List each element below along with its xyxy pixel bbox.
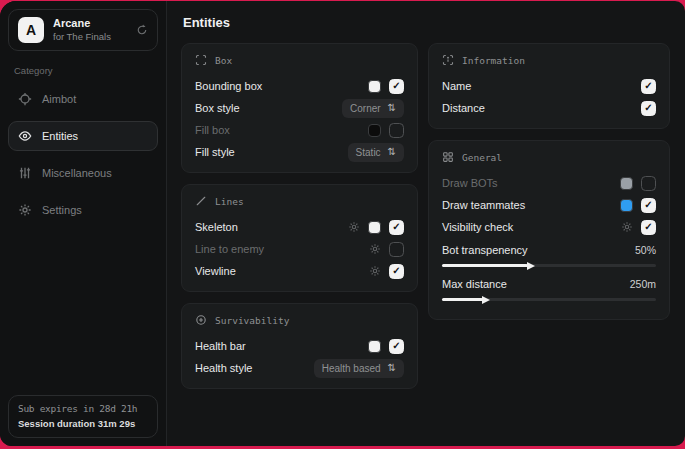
card-title: General — [462, 152, 502, 163]
setting-label: Name — [442, 80, 471, 92]
card-title: Survivability — [215, 315, 289, 326]
setting-row-fill-box: Fill box ✓ — [195, 119, 404, 141]
setting-row-draw-bots: Draw BOTs ✓ — [442, 172, 656, 194]
check-icon: ✓ — [392, 341, 400, 351]
slider-thumb[interactable] — [527, 262, 535, 270]
setting-label: Distance — [442, 102, 485, 114]
app-title-block: Arcane for The Finals — [53, 17, 127, 43]
crosshair-icon — [18, 92, 32, 106]
sidebar-nav: Aimbot Entities Miscellaneous Settings — [8, 84, 158, 232]
checkbox[interactable]: ✓ — [641, 176, 656, 191]
setting-label: Visibility check — [442, 221, 513, 233]
checkbox[interactable]: ✓ — [389, 79, 404, 94]
setting-row-viewline: Viewline ✓ — [195, 260, 404, 282]
box-style-dropdown[interactable]: Corner ⇅ — [342, 99, 404, 118]
desktop-background: A Arcane for The Finals Category Aimbot … — [0, 0, 685, 449]
color-swatch[interactable] — [368, 340, 381, 353]
check-icon: ✓ — [644, 81, 652, 91]
subscription-status-box: Sub expires in 28d 21h Session duration … — [8, 395, 158, 438]
row-controls: ✓ — [368, 339, 404, 354]
refresh-icon[interactable] — [136, 24, 148, 36]
color-swatch[interactable] — [368, 221, 381, 234]
setting-label: Fill box — [195, 124, 230, 136]
setting-label: Health style — [195, 362, 252, 374]
slider-fill — [442, 298, 483, 301]
checkbox[interactable]: ✓ — [389, 220, 404, 235]
color-swatch[interactable] — [368, 80, 381, 93]
row-controls: ✓ — [369, 264, 404, 279]
checkbox[interactable]: ✓ — [389, 339, 404, 354]
gear-icon[interactable] — [369, 243, 381, 255]
row-controls: ✓ — [348, 220, 404, 235]
gear-icon[interactable] — [369, 265, 381, 277]
health-cross-icon — [195, 314, 207, 326]
dropdown-value: Corner — [350, 103, 381, 114]
setting-label: Box style — [195, 102, 240, 114]
row-controls: ✓ — [641, 79, 656, 94]
card-information: Information Name ✓ Distance ✓ — [428, 43, 670, 129]
color-swatch[interactable] — [620, 177, 633, 190]
checkbox[interactable]: ✓ — [641, 79, 656, 94]
setting-row-health-bar: Health bar ✓ — [195, 335, 404, 357]
color-swatch[interactable] — [620, 199, 633, 212]
slider-value: 250m — [630, 278, 656, 290]
setting-label: Fill style — [195, 146, 235, 158]
page-title: Entities — [183, 15, 673, 30]
settings-columns: Box Bounding box ✓ Box style Corner — [181, 43, 673, 400]
dropdown-value: Static — [356, 147, 381, 158]
max-distance-slider[interactable] — [442, 298, 656, 301]
app-name: Arcane — [53, 17, 127, 30]
setting-row-box-style: Box style Corner ⇅ — [195, 97, 404, 119]
setting-label: Line to enemy — [195, 243, 264, 255]
setting-label: Draw teammates — [442, 199, 525, 211]
card-information-header: Information — [442, 54, 656, 66]
left-column: Box Bounding box ✓ Box style Corner — [181, 43, 418, 400]
check-icon: ✓ — [644, 222, 652, 232]
row-controls: ✓ — [620, 198, 656, 213]
setting-label: Health bar — [195, 340, 246, 352]
gear-icon — [18, 203, 32, 217]
gear-icon[interactable] — [348, 221, 360, 233]
color-swatch[interactable] — [368, 124, 381, 137]
check-icon: ✓ — [644, 103, 652, 113]
check-icon: ✓ — [392, 222, 400, 232]
checkbox[interactable]: ✓ — [389, 264, 404, 279]
card-title: Lines — [215, 196, 244, 207]
main-content: Entities Box Bounding box ✓ — [167, 1, 685, 446]
setting-row-bot-transparency: Bot transpenency 50% — [442, 242, 656, 267]
setting-row-visibility-check: Visibility check ✓ — [442, 216, 656, 238]
checkbox[interactable]: ✓ — [389, 123, 404, 138]
card-survivability-header: Survivability — [195, 314, 404, 326]
gear-icon[interactable] — [621, 221, 633, 233]
bot-transparency-slider[interactable] — [442, 264, 656, 267]
check-icon: ✓ — [644, 200, 652, 210]
row-controls: ✓ — [369, 242, 404, 257]
row-controls: ✓ — [368, 79, 404, 94]
sidebar-item-label: Miscellaneous — [42, 167, 112, 179]
sidebar-item-entities[interactable]: Entities — [8, 121, 158, 151]
setting-row-line-to-enemy: Line to enemy ✓ — [195, 238, 404, 260]
card-box-header: Box — [195, 54, 404, 66]
checkbox[interactable]: ✓ — [641, 198, 656, 213]
line-icon — [195, 195, 207, 207]
setting-row-bounding-box: Bounding box ✓ — [195, 75, 404, 97]
chevrons-updown-icon: ⇅ — [388, 363, 396, 373]
checkbox[interactable]: ✓ — [641, 101, 656, 116]
card-lines-header: Lines — [195, 195, 404, 207]
checkbox[interactable]: ✓ — [389, 242, 404, 257]
setting-label: Viewline — [195, 265, 236, 277]
check-icon: ✓ — [392, 266, 400, 276]
slider-label-row: Max distance 250m — [442, 276, 656, 292]
sidebar-item-settings[interactable]: Settings — [8, 195, 158, 225]
sidebar-spacer — [8, 232, 158, 395]
bounding-box-icon — [195, 54, 207, 66]
sidebar-item-miscellaneous[interactable]: Miscellaneous — [8, 158, 158, 188]
slider-thumb[interactable] — [482, 296, 490, 304]
setting-row-fill-style: Fill style Static ⇅ — [195, 141, 404, 163]
sidebar-item-aimbot[interactable]: Aimbot — [8, 84, 158, 114]
fill-style-dropdown[interactable]: Static ⇅ — [348, 143, 404, 162]
checkbox[interactable]: ✓ — [641, 220, 656, 235]
setting-label: Max distance — [442, 278, 507, 290]
health-style-dropdown[interactable]: Health based ⇅ — [314, 359, 404, 378]
row-controls: ✓ — [368, 123, 404, 138]
